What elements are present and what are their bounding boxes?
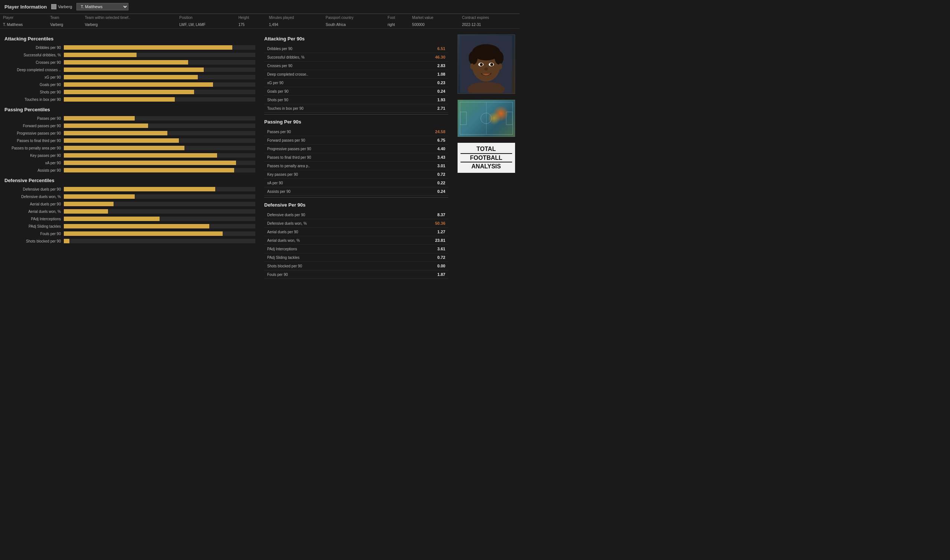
svg-point-11 <box>481 63 483 65</box>
attacking-per90-title: Attacking Per 90s <box>264 36 448 42</box>
stats-row: Aerial duels per 901.27 <box>264 228 448 236</box>
bar-label: Shots blocked per 90 <box>5 239 64 243</box>
main-content: Attacking Percentiles Dribbles per 90Suc… <box>0 29 520 282</box>
bar-fill <box>64 202 114 206</box>
bar-container <box>64 138 255 143</box>
bar-label: Assists per 90 <box>5 168 64 172</box>
bar-fill <box>64 209 108 214</box>
stats-value: 3.01 <box>438 163 445 168</box>
bar-label: Progressive passes per 90 <box>5 131 64 135</box>
bar-fill <box>64 187 215 191</box>
stats-row: Passes per 9024.58 <box>264 128 448 136</box>
bar-label: Defensive duels per 90 <box>5 187 64 191</box>
header: Player Information Varberg T. Matthews <box>0 0 520 14</box>
stats-row: Successful dribbles, %46.30 <box>264 53 448 62</box>
divider-2 <box>264 197 448 198</box>
bar-row: Shots blocked per 90 <box>5 238 255 244</box>
player-photo <box>458 34 515 94</box>
bar-container <box>64 161 255 165</box>
defensive-per90-title: Defensive Per 90s <box>264 202 448 208</box>
bar-row: xA per 90 <box>5 160 255 166</box>
stats-row: PAdj Sliding tackles0.72 <box>264 253 448 262</box>
player-info-row: T. Matthews Varberg Varberg LWF, LW, LAM… <box>0 21 520 29</box>
stats-label: Defensive duels won, % <box>267 222 307 226</box>
stats-value: 1.87 <box>438 272 445 277</box>
val-team: Varberg <box>47 21 82 29</box>
bar-container <box>64 217 255 221</box>
col-contract: Contract expires <box>459 14 520 22</box>
bar-fill <box>64 161 236 165</box>
stats-value: 0.24 <box>438 189 445 194</box>
defensive-percentiles-title: Defensive Percentiles <box>5 178 255 183</box>
stats-value: 2.71 <box>438 106 445 111</box>
val-market: 500000 <box>409 21 459 29</box>
stats-row: Passes to penalty area p..3.01 <box>264 162 448 170</box>
player-info-header-row: Player Team Team within selected timef..… <box>0 14 520 22</box>
bar-fill <box>64 53 137 57</box>
stats-value: 0.22 <box>438 181 445 185</box>
stats-row: Key passes per 900.72 <box>264 170 448 179</box>
bar-fill <box>64 146 184 150</box>
bar-container <box>64 153 255 158</box>
heatmap <box>458 100 515 137</box>
stats-label: Assists per 90 <box>267 189 291 194</box>
stats-value: 0.23 <box>438 80 445 85</box>
stats-value: 3.61 <box>438 247 445 251</box>
stats-label: Passes to penalty area p.. <box>267 164 310 168</box>
bar-fill <box>64 168 234 172</box>
stats-row: Crosses per 902.83 <box>264 62 448 70</box>
logo-area: TOTAL FOOTBALL ANALYSIS <box>458 143 515 173</box>
stats-label: Fouls per 90 <box>267 272 288 277</box>
bar-label: Aerial duels won, % <box>5 209 64 214</box>
passing-percentiles-title: Passing Percentiles <box>5 107 255 112</box>
col-team: Team <box>47 14 82 22</box>
stats-value: 6.51 <box>438 46 445 51</box>
stats-label: Aerial duels per 90 <box>267 230 298 234</box>
stats-value: 24.58 <box>435 129 445 134</box>
stats-value: 0.72 <box>438 172 445 177</box>
attacking-percentiles-title: Attacking Percentiles <box>5 36 255 42</box>
stats-label: Progressive passes per 90 <box>267 147 311 151</box>
bar-fill <box>64 75 198 79</box>
bar-label: Touches in box per 90 <box>5 97 64 102</box>
attacking-stats: Dribbles per 906.51Successful dribbles, … <box>264 45 448 113</box>
svg-point-5 <box>469 51 478 65</box>
bar-label: Deep completed crosses .. <box>5 68 64 72</box>
bar-container <box>64 53 255 57</box>
bar-label: xG per 90 <box>5 75 64 79</box>
bar-row: Aerial duels per 90 <box>5 201 255 207</box>
bar-container <box>64 90 255 94</box>
divider-1 <box>264 114 448 115</box>
photo-column: TOTAL FOOTBALL ANALYSIS <box>453 32 520 279</box>
bar-row: Dribbles per 90 <box>5 45 255 51</box>
team-badge: Varberg <box>51 4 72 9</box>
bar-row: Passes to penalty area per 90 <box>5 145 255 151</box>
bar-fill <box>64 131 167 135</box>
stats-label: Crosses per 90 <box>267 64 292 68</box>
stats-row: Deep completed crosse..1.08 <box>264 70 448 78</box>
val-minutes: 1,494 <box>266 21 323 29</box>
col-market: Market value <box>409 14 459 22</box>
bar-container <box>64 187 255 191</box>
heatmap-field <box>460 102 513 135</box>
defensive-bars: Defensive duels per 90Defensive duels wo… <box>5 186 255 244</box>
stats-label: Passes to final third per 90 <box>267 155 311 160</box>
bar-container <box>64 239 255 243</box>
bar-fill <box>64 153 217 158</box>
stats-row: Shots blocked per 900.00 <box>264 262 448 270</box>
logo-line1: TOTAL <box>461 146 512 152</box>
bar-label: Successful dribbles, % <box>5 53 64 57</box>
svg-point-15 <box>498 63 502 69</box>
svg-rect-16 <box>460 112 466 125</box>
bar-label: Forward passes per 90 <box>5 124 64 128</box>
stats-label: PAdj Interceptions <box>267 247 297 251</box>
bar-row: Defensive duels per 90 <box>5 186 255 192</box>
stats-value: 50.36 <box>435 221 445 226</box>
bar-row: Passes to final third per 90 <box>5 138 255 143</box>
stats-label: Shots per 90 <box>267 98 288 102</box>
player-dropdown[interactable]: T. Matthews <box>76 3 128 11</box>
stats-value: 1.93 <box>438 97 445 102</box>
stats-label: xG per 90 <box>267 81 284 85</box>
stats-value: 8.37 <box>438 212 445 217</box>
bar-row: Progressive passes per 90 <box>5 130 255 136</box>
